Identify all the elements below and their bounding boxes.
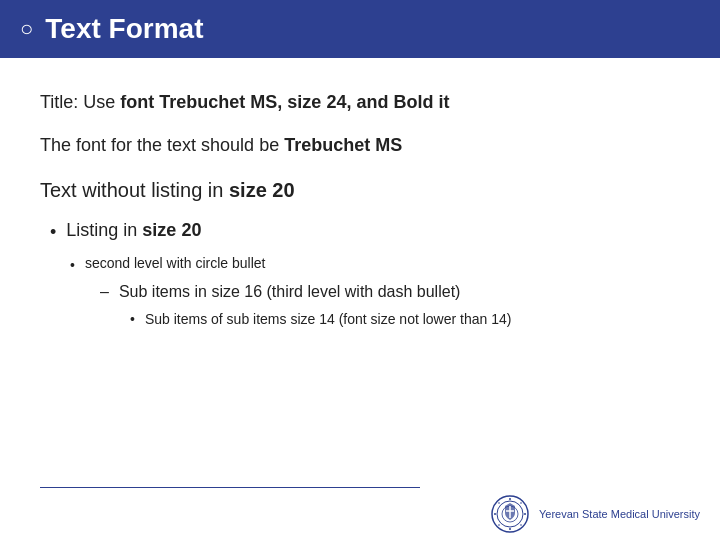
title-instruction-line: Title: Use font Trebuchet MS, size 24, a… [40,90,680,115]
svg-point-5 [509,498,511,500]
slide-footer: Yerevan State Medical University [0,488,720,540]
svg-point-6 [509,528,511,530]
svg-point-12 [520,524,522,526]
bullet-3-text: Sub items in size 16 (third level with d… [119,283,461,301]
slide-title: Text Format [45,13,203,45]
bullet-item-3: – Sub items in size 16 (third level with… [40,283,680,301]
university-name: Yerevan State Medical University [539,507,700,521]
title-prefix: Title: Use [40,92,120,112]
footer-logo-area: Yerevan State Medical University [491,495,700,533]
bullet-2-symbol: • [70,257,75,273]
bullet-4-text: Sub items of sub items size 14 (font siz… [145,311,512,327]
text-without-listing-line: Text without listing in size 20 [40,176,680,204]
bullet-1-text: Listing in size 20 [66,220,201,241]
font-prefix: The font for the text should be [40,135,284,155]
bullet1-bold: size 20 [142,220,201,240]
slide-content: Title: Use font Trebuchet MS, size 24, a… [0,58,720,357]
size20-prefix: Text without listing in [40,179,229,201]
bullet-item-4: • Sub items of sub items size 14 (font s… [40,311,680,327]
bullet-item-1: • Listing in size 20 [40,220,680,243]
title-bold: font Trebuchet MS, size 24, and Bold it [120,92,449,112]
bullet1-prefix: Listing in [66,220,142,240]
bullet-2-text: second level with circle bullet [85,255,266,271]
svg-point-8 [524,513,526,515]
size20-bold: size 20 [229,179,295,201]
bullet-4-symbol: • [130,311,135,327]
font-bold: Trebuchet MS [284,135,402,155]
svg-point-10 [520,502,522,504]
bullet-item-2: • second level with circle bullet [40,255,680,273]
header-bullet-icon: ○ [20,18,33,40]
university-seal-icon [491,495,529,533]
bullet-3-symbol: – [100,283,109,301]
slide-header: ○ Text Format [0,0,720,58]
svg-point-7 [494,513,496,515]
svg-point-9 [498,502,500,504]
svg-point-11 [498,524,500,526]
font-instruction-line: The font for the text should be Trebuche… [40,133,680,158]
bullet-1-symbol: • [50,222,56,243]
